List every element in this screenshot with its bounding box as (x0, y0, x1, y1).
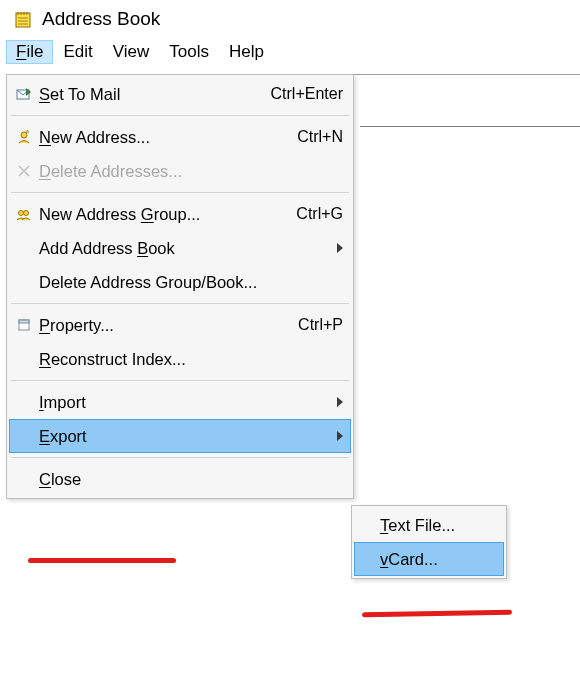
property-icon (13, 318, 35, 332)
menu-label: New Address Group... (39, 205, 288, 224)
shortcut: Ctrl+N (297, 128, 343, 146)
menu-help[interactable]: Help (219, 40, 274, 64)
menu-label: Delete Address Group/Book... (39, 273, 343, 292)
separator (11, 115, 349, 116)
separator (11, 457, 349, 458)
menubar: File Edit View Tools Help (0, 36, 580, 68)
mail-icon (13, 87, 35, 101)
menu-export[interactable]: Export (9, 419, 351, 453)
svg-rect-0 (16, 13, 30, 27)
svg-point-9 (21, 132, 27, 138)
submenu-label: Text File... (380, 516, 455, 535)
menu-label: Add Address Book (39, 239, 329, 258)
svg-point-14 (24, 211, 29, 216)
svg-point-13 (19, 211, 24, 216)
notepad-icon (12, 8, 34, 30)
titlebar: Address Book (0, 0, 580, 36)
separator (11, 192, 349, 193)
separator (11, 303, 349, 304)
menu-view[interactable]: View (103, 40, 160, 64)
submenu-vcard[interactable]: vCard... (354, 542, 504, 576)
menu-label: Import (39, 393, 329, 412)
menu-set-to-mail[interactable]: Set To Mail Ctrl+Enter (9, 77, 351, 111)
svg-rect-16 (19, 320, 29, 323)
menu-label: Set To Mail (39, 85, 263, 104)
shortcut: Ctrl+P (298, 316, 343, 334)
menu-new-address-group[interactable]: New Address Group... Ctrl+G (9, 197, 351, 231)
menu-tools[interactable]: Tools (159, 40, 219, 64)
divider-line (360, 126, 580, 127)
menu-label: Export (39, 427, 329, 446)
menu-label: New Address... (39, 128, 289, 147)
menu-edit[interactable]: Edit (53, 40, 102, 64)
menu-file[interactable]: File (6, 40, 53, 64)
menu-label: Reconstruct Index... (39, 350, 343, 369)
person-star-icon (13, 130, 35, 144)
svg-marker-10 (26, 130, 29, 133)
menu-label: Delete Addresses... (39, 162, 343, 181)
submenu-arrow-icon (337, 397, 343, 407)
submenu-arrow-icon (337, 431, 343, 441)
separator (11, 380, 349, 381)
shortcut: Ctrl+G (296, 205, 343, 223)
window-title: Address Book (42, 8, 160, 30)
menu-label: Property... (39, 316, 290, 335)
menu-new-address[interactable]: New Address... Ctrl+N (9, 120, 351, 154)
menu-close[interactable]: Close (9, 462, 351, 496)
submenu-text-file[interactable]: Text File... (354, 508, 504, 542)
menu-delete-address-group[interactable]: Delete Address Group/Book... (9, 265, 351, 299)
menu-import[interactable]: Import (9, 385, 351, 419)
menu-reconstruct-index[interactable]: Reconstruct Index... (9, 342, 351, 376)
delete-x-icon (13, 165, 35, 177)
menu-label: Close (39, 470, 343, 489)
shortcut: Ctrl+Enter (271, 85, 343, 103)
menu-property[interactable]: Property... Ctrl+P (9, 308, 351, 342)
menu-delete-addresses: Delete Addresses... (9, 154, 351, 188)
submenu-arrow-icon (337, 243, 343, 253)
menu-add-address-book[interactable]: Add Address Book (9, 231, 351, 265)
annotation-underline (28, 558, 176, 563)
people-star-icon (13, 207, 35, 221)
file-menu-dropdown: Set To Mail Ctrl+Enter New Address... Ct… (6, 74, 354, 499)
submenu-label: vCard... (380, 550, 438, 569)
export-submenu: Text File... vCard... (351, 505, 507, 579)
